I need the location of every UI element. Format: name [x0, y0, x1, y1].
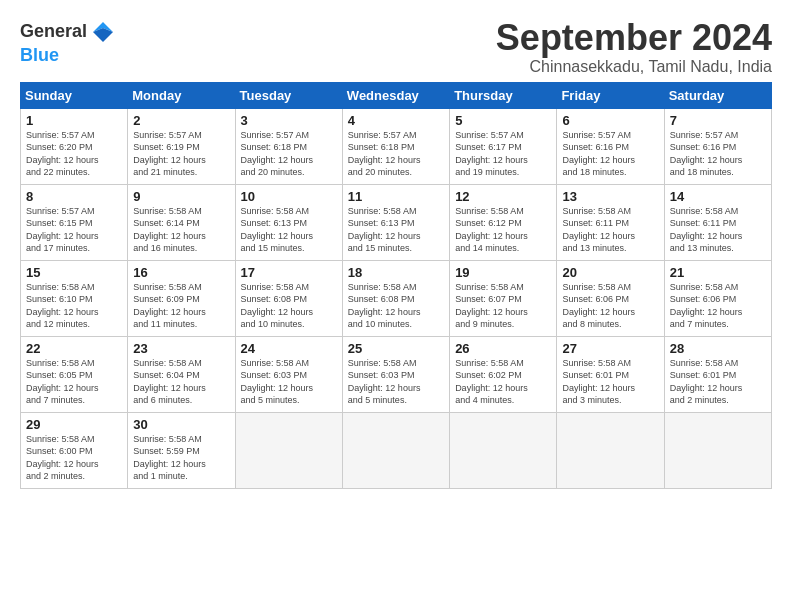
day-info: Sunrise: 5:58 AMSunset: 6:12 PMDaylight:…: [455, 205, 552, 255]
calendar-cell: 15 Sunrise: 5:58 AMSunset: 6:10 PMDaylig…: [21, 260, 128, 336]
header: General Blue September 2024 Chinnasekkad…: [20, 18, 772, 76]
calendar-cell: 29 Sunrise: 5:58 AMSunset: 6:00 PMDaylig…: [21, 412, 128, 488]
day-number: 28: [670, 341, 767, 356]
calendar-cell: 26 Sunrise: 5:58 AMSunset: 6:02 PMDaylig…: [450, 336, 557, 412]
week-row-4: 22 Sunrise: 5:58 AMSunset: 6:05 PMDaylig…: [21, 336, 772, 412]
day-info: Sunrise: 5:58 AMSunset: 6:02 PMDaylight:…: [455, 357, 552, 407]
page: General Blue September 2024 Chinnasekkad…: [0, 0, 792, 499]
week-row-5: 29 Sunrise: 5:58 AMSunset: 6:00 PMDaylig…: [21, 412, 772, 488]
calendar-cell: 13 Sunrise: 5:58 AMSunset: 6:11 PMDaylig…: [557, 184, 664, 260]
calendar-cell: 9 Sunrise: 5:58 AMSunset: 6:14 PMDayligh…: [128, 184, 235, 260]
day-info: Sunrise: 5:58 AMSunset: 6:03 PMDaylight:…: [348, 357, 445, 407]
day-info: Sunrise: 5:58 AMSunset: 6:01 PMDaylight:…: [670, 357, 767, 407]
day-info: Sunrise: 5:58 AMSunset: 6:08 PMDaylight:…: [241, 281, 338, 331]
day-info: Sunrise: 5:58 AMSunset: 6:03 PMDaylight:…: [241, 357, 338, 407]
week-row-1: 1 Sunrise: 5:57 AMSunset: 6:20 PMDayligh…: [21, 108, 772, 184]
calendar-cell: 22 Sunrise: 5:58 AMSunset: 6:05 PMDaylig…: [21, 336, 128, 412]
day-number: 24: [241, 341, 338, 356]
day-number: 4: [348, 113, 445, 128]
calendar-cell: [450, 412, 557, 488]
day-number: 17: [241, 265, 338, 280]
day-number: 20: [562, 265, 659, 280]
calendar-cell: 19 Sunrise: 5:58 AMSunset: 6:07 PMDaylig…: [450, 260, 557, 336]
calendar-cell: 27 Sunrise: 5:58 AMSunset: 6:01 PMDaylig…: [557, 336, 664, 412]
logo: General Blue: [20, 18, 117, 66]
day-number: 27: [562, 341, 659, 356]
day-info: Sunrise: 5:58 AMSunset: 5:59 PMDaylight:…: [133, 433, 230, 483]
day-info: Sunrise: 5:57 AMSunset: 6:15 PMDaylight:…: [26, 205, 123, 255]
day-number: 8: [26, 189, 123, 204]
day-header-monday: Monday: [128, 82, 235, 108]
day-info: Sunrise: 5:58 AMSunset: 6:08 PMDaylight:…: [348, 281, 445, 331]
calendar-cell: [235, 412, 342, 488]
day-number: 30: [133, 417, 230, 432]
calendar-cell: 5 Sunrise: 5:57 AMSunset: 6:17 PMDayligh…: [450, 108, 557, 184]
day-info: Sunrise: 5:58 AMSunset: 6:09 PMDaylight:…: [133, 281, 230, 331]
day-number: 22: [26, 341, 123, 356]
day-info: Sunrise: 5:57 AMSunset: 6:19 PMDaylight:…: [133, 129, 230, 179]
day-header-friday: Friday: [557, 82, 664, 108]
day-info: Sunrise: 5:57 AMSunset: 6:18 PMDaylight:…: [241, 129, 338, 179]
week-row-3: 15 Sunrise: 5:58 AMSunset: 6:10 PMDaylig…: [21, 260, 772, 336]
calendar-cell: 11 Sunrise: 5:58 AMSunset: 6:13 PMDaylig…: [342, 184, 449, 260]
day-info: Sunrise: 5:58 AMSunset: 6:13 PMDaylight:…: [241, 205, 338, 255]
day-number: 6: [562, 113, 659, 128]
day-info: Sunrise: 5:57 AMSunset: 6:20 PMDaylight:…: [26, 129, 123, 179]
day-number: 2: [133, 113, 230, 128]
logo-text: General: [20, 22, 87, 42]
day-number: 12: [455, 189, 552, 204]
calendar-cell: 8 Sunrise: 5:57 AMSunset: 6:15 PMDayligh…: [21, 184, 128, 260]
day-info: Sunrise: 5:58 AMSunset: 6:00 PMDaylight:…: [26, 433, 123, 483]
day-info: Sunrise: 5:57 AMSunset: 6:18 PMDaylight:…: [348, 129, 445, 179]
day-info: Sunrise: 5:57 AMSunset: 6:16 PMDaylight:…: [562, 129, 659, 179]
day-number: 21: [670, 265, 767, 280]
day-header-tuesday: Tuesday: [235, 82, 342, 108]
title-block: September 2024 Chinnasekkadu, Tamil Nadu…: [496, 18, 772, 76]
day-number: 14: [670, 189, 767, 204]
calendar-cell: 10 Sunrise: 5:58 AMSunset: 6:13 PMDaylig…: [235, 184, 342, 260]
day-info: Sunrise: 5:58 AMSunset: 6:10 PMDaylight:…: [26, 281, 123, 331]
logo-blue-text: Blue: [20, 46, 117, 66]
calendar-table: SundayMondayTuesdayWednesdayThursdayFrid…: [20, 82, 772, 489]
day-number: 13: [562, 189, 659, 204]
day-number: 10: [241, 189, 338, 204]
calendar-cell: 1 Sunrise: 5:57 AMSunset: 6:20 PMDayligh…: [21, 108, 128, 184]
month-title: September 2024: [496, 18, 772, 58]
day-info: Sunrise: 5:58 AMSunset: 6:14 PMDaylight:…: [133, 205, 230, 255]
calendar-cell: 3 Sunrise: 5:57 AMSunset: 6:18 PMDayligh…: [235, 108, 342, 184]
calendar-cell: 2 Sunrise: 5:57 AMSunset: 6:19 PMDayligh…: [128, 108, 235, 184]
day-info: Sunrise: 5:58 AMSunset: 6:06 PMDaylight:…: [670, 281, 767, 331]
day-info: Sunrise: 5:58 AMSunset: 6:11 PMDaylight:…: [562, 205, 659, 255]
week-row-2: 8 Sunrise: 5:57 AMSunset: 6:15 PMDayligh…: [21, 184, 772, 260]
day-info: Sunrise: 5:58 AMSunset: 6:07 PMDaylight:…: [455, 281, 552, 331]
calendar-cell: [557, 412, 664, 488]
day-number: 5: [455, 113, 552, 128]
day-number: 7: [670, 113, 767, 128]
day-number: 29: [26, 417, 123, 432]
calendar-cell: 20 Sunrise: 5:58 AMSunset: 6:06 PMDaylig…: [557, 260, 664, 336]
calendar-cell: 12 Sunrise: 5:58 AMSunset: 6:12 PMDaylig…: [450, 184, 557, 260]
day-info: Sunrise: 5:58 AMSunset: 6:05 PMDaylight:…: [26, 357, 123, 407]
logo-icon: [89, 18, 117, 46]
day-info: Sunrise: 5:58 AMSunset: 6:01 PMDaylight:…: [562, 357, 659, 407]
calendar-cell: 25 Sunrise: 5:58 AMSunset: 6:03 PMDaylig…: [342, 336, 449, 412]
day-number: 3: [241, 113, 338, 128]
calendar-cell: 16 Sunrise: 5:58 AMSunset: 6:09 PMDaylig…: [128, 260, 235, 336]
calendar-cell: 24 Sunrise: 5:58 AMSunset: 6:03 PMDaylig…: [235, 336, 342, 412]
day-header-sunday: Sunday: [21, 82, 128, 108]
calendar-cell: 6 Sunrise: 5:57 AMSunset: 6:16 PMDayligh…: [557, 108, 664, 184]
calendar-cell: 23 Sunrise: 5:58 AMSunset: 6:04 PMDaylig…: [128, 336, 235, 412]
calendar-cell: 4 Sunrise: 5:57 AMSunset: 6:18 PMDayligh…: [342, 108, 449, 184]
day-header-saturday: Saturday: [664, 82, 771, 108]
day-info: Sunrise: 5:58 AMSunset: 6:04 PMDaylight:…: [133, 357, 230, 407]
day-header-wednesday: Wednesday: [342, 82, 449, 108]
calendar-cell: 30 Sunrise: 5:58 AMSunset: 5:59 PMDaylig…: [128, 412, 235, 488]
calendar-cell: 21 Sunrise: 5:58 AMSunset: 6:06 PMDaylig…: [664, 260, 771, 336]
calendar-cell: [342, 412, 449, 488]
calendar-cell: [664, 412, 771, 488]
day-number: 1: [26, 113, 123, 128]
day-number: 18: [348, 265, 445, 280]
location-title: Chinnasekkadu, Tamil Nadu, India: [496, 58, 772, 76]
day-number: 9: [133, 189, 230, 204]
day-info: Sunrise: 5:58 AMSunset: 6:13 PMDaylight:…: [348, 205, 445, 255]
